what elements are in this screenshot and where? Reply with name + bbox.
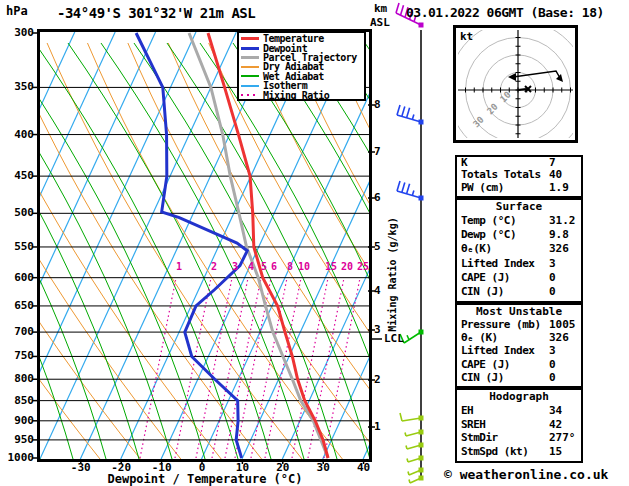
pressure-tick-label: 650 (2, 299, 34, 312)
km-tick-label: 6 (374, 191, 381, 204)
km-tick-label: 4 (374, 284, 381, 297)
legend-swatch-isotherm (241, 85, 259, 87)
pressure-tick-label: 950 (2, 433, 34, 446)
panel-row-label: Lifted Index (461, 257, 534, 270)
panel-row-label: Pressure (mb) (461, 318, 541, 331)
panel-row-label: θₑ(K) (461, 242, 492, 255)
panel-row-value: 277° (549, 431, 576, 445)
panel-title: Surface (457, 200, 581, 214)
panel-row-value: 40 (549, 169, 562, 181)
mixing-ratio-label: 10 (297, 261, 311, 272)
mixing-ratio-label: 4 (244, 261, 258, 272)
x-axis-title: Dewpoint / Temperature (°C) (85, 472, 325, 486)
wind-barb-column (396, 3, 424, 483)
panel-row: CAPE (J)0 (457, 358, 581, 371)
panel-row-label: StmSpd (kt) (461, 445, 528, 458)
datetime-title: 03.01.2022 06GMT (Base: 18) (406, 5, 604, 20)
panel-row-value: 326 (549, 331, 569, 344)
panel-title: Hodograph (457, 390, 581, 404)
legend-label: Mixing Ratio (263, 91, 329, 100)
km-tick-label: 3 (374, 323, 381, 336)
panel-row: StmDir277° (457, 431, 581, 445)
panel-row-value: 326 (549, 242, 569, 256)
panel-row-label: CAPE (J) (461, 358, 510, 371)
pressure-tick-label: 750 (2, 349, 34, 362)
pressure-tick-label: 450 (2, 169, 34, 182)
pressure-tick-label: 900 (2, 414, 34, 427)
panel-title: Most Unstable (457, 305, 581, 318)
legend-label: Temperature (263, 34, 324, 43)
hodograph-inner (431, 3, 606, 178)
hodograph-unit-label: kt (460, 30, 473, 43)
pressure-tick-label: 800 (2, 372, 34, 385)
legend-swatch-wet-adiabat (241, 75, 259, 77)
panel-row: θₑ (K)326 (457, 331, 581, 344)
panel-row: CAPE (J)0 (457, 271, 581, 285)
station-title: -34°49'S 301°32'W 21m ASL (57, 5, 255, 21)
panel-row-label: Temp (°C) (461, 214, 516, 227)
pressure-tick-label: 700 (2, 325, 34, 338)
km-axis-unit: km (374, 2, 387, 15)
asl-axis-unit: ASL (370, 16, 390, 29)
panel-row: Lifted Index3 (457, 257, 581, 271)
legend-box: TemperatureDewpointParcel TrajectoryDry … (237, 31, 366, 101)
km-tick-label: 5 (374, 240, 381, 253)
legend-swatch-dewpoint (241, 47, 259, 50)
panel-row-label: Lifted Index (461, 344, 534, 357)
skewt-sounding-page: hPa -34°49'S 301°32'W 21m ASL km ASL 03.… (0, 0, 629, 486)
pressure-tick-label: 500 (2, 206, 34, 219)
pressure-tick-label: 600 (2, 271, 34, 284)
pressure-axis-unit: hPa (6, 4, 28, 18)
hodograph-plot (431, 3, 606, 178)
km-tick-label: 8 (374, 98, 381, 111)
legend-swatch-parcel-trajectory (241, 56, 259, 59)
panel-row: StmSpd (kt)15 (457, 445, 581, 459)
panel-row-label: PW (cm) (461, 181, 504, 194)
stability-indices-panel: K7Totals Totals40PW (cm)1.9 (455, 155, 583, 198)
panel-row-label: StmDir (461, 431, 498, 444)
pressure-tick-label: 550 (2, 240, 34, 253)
panel-row: Pressure (mb)1005 (457, 318, 581, 331)
wind-barb (409, 476, 424, 484)
legend-entry: Isotherm (241, 81, 364, 90)
panel-row-label: Totals Totals (461, 168, 541, 181)
panel-row-value: 3 (549, 257, 556, 271)
legend-swatch-dry-adiabat (241, 66, 259, 68)
legend-entry: Temperature (241, 34, 364, 43)
mixing-ratio-label: 2 (207, 261, 221, 272)
mixing-ratio-label: 15 (324, 261, 338, 272)
panel-row: Lifted Index3 (457, 344, 581, 357)
panel-row: CIN (J)0 (457, 371, 581, 384)
panel-row: SREH42 (457, 418, 581, 432)
mixing-ratio-label: 20 (340, 261, 354, 272)
mixing-ratio-label: 1 (172, 261, 186, 272)
legend-swatch-mixing-ratio (241, 94, 259, 96)
panel-row-value: 1005 (549, 318, 576, 331)
legend-entry: Mixing Ratio (241, 90, 364, 99)
km-tick-label: 1 (374, 420, 381, 433)
panel-row-label: K (461, 156, 467, 169)
panel-row-label: CIN (J) (461, 371, 504, 384)
panel-row: θₑ(K)326 (457, 242, 581, 256)
panel-row: Dewp (°C)9.8 (457, 228, 581, 242)
panel-row-label: CAPE (J) (461, 271, 510, 284)
panel-row-label: Dewp (°C) (461, 228, 516, 241)
hodograph-stats-panel: HodographEH34SREH42StmDir277°StmSpd (kt)… (455, 388, 583, 463)
most-unstable-panel: Most UnstablePressure (mb)1005θₑ (K)326L… (455, 303, 583, 388)
temp-tick-label: 40 (347, 461, 381, 474)
panel-row-value: 42 (549, 418, 562, 432)
mixing-ratio-label: 25 (356, 261, 370, 272)
panel-row-value: 0 (549, 358, 556, 371)
panel-row-label: CIN (J) (461, 285, 504, 298)
panel-row-value: 1.9 (549, 182, 569, 194)
panel-row-label: θₑ (K) (461, 331, 498, 344)
panel-row-label: SREH (461, 418, 486, 431)
pressure-tick-label: 350 (2, 80, 34, 93)
wind-barb (397, 105, 424, 125)
mixing-ratio-axis-title: Mixing Ratio (g/kg) (387, 210, 398, 340)
wind-barb (397, 181, 424, 201)
legend-label: Dry Adiabat (263, 62, 324, 71)
panel-row-value: 15 (549, 445, 562, 459)
panel-row: EH34 (457, 404, 581, 418)
panel-row-label: EH (461, 404, 473, 417)
